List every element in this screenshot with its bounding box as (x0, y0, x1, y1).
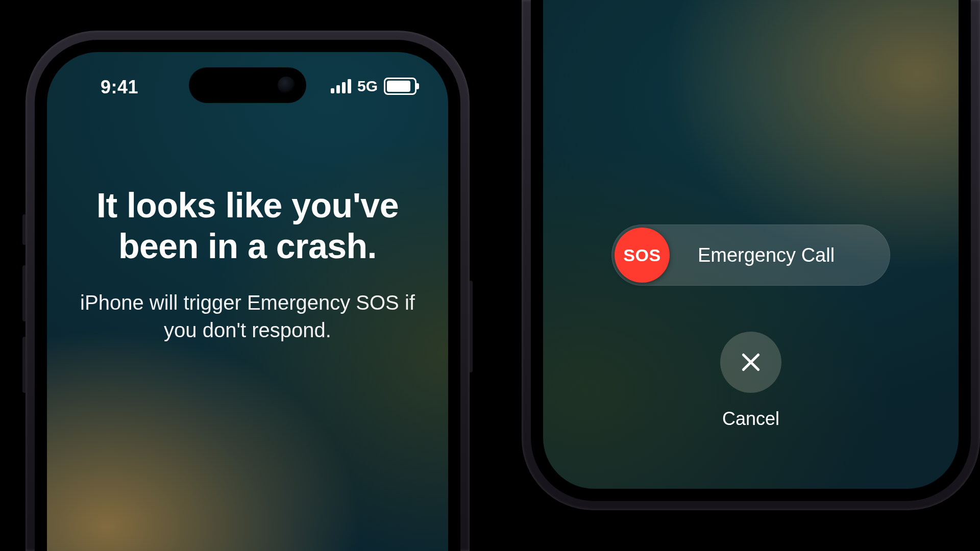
phone-right: SOS Emergency Call Cancel (510, 0, 980, 551)
emergency-call-slider[interactable]: SOS Emergency Call (611, 224, 890, 286)
status-time: 9:41 (101, 77, 138, 98)
cellular-signal-icon (331, 79, 351, 93)
phone-left: 9:41 5G It looks like you've been in a c… (5, 31, 485, 551)
crash-detection-message: It looks like you've been in a crash. iP… (47, 185, 448, 344)
cancel-button[interactable] (720, 332, 781, 393)
marketing-stage: 9:41 5G It looks like you've been in a c… (0, 0, 980, 551)
crash-subline: iPhone will trigger Emergency SOS if you… (78, 289, 418, 344)
phone-right-screen: SOS Emergency Call Cancel (543, 0, 959, 489)
status-right-cluster: 5G (331, 78, 416, 95)
close-icon (738, 349, 764, 375)
phone-left-screen: 9:41 5G It looks like you've been in a c… (47, 52, 448, 551)
emergency-call-label: Emergency Call (642, 244, 890, 266)
network-label: 5G (357, 78, 378, 95)
status-bar: 9:41 5G (47, 71, 448, 102)
cancel-label: Cancel (543, 408, 959, 430)
crash-headline: It looks like you've been in a crash. (78, 185, 418, 266)
cancel-group: Cancel (543, 332, 959, 430)
battery-icon (384, 78, 416, 95)
